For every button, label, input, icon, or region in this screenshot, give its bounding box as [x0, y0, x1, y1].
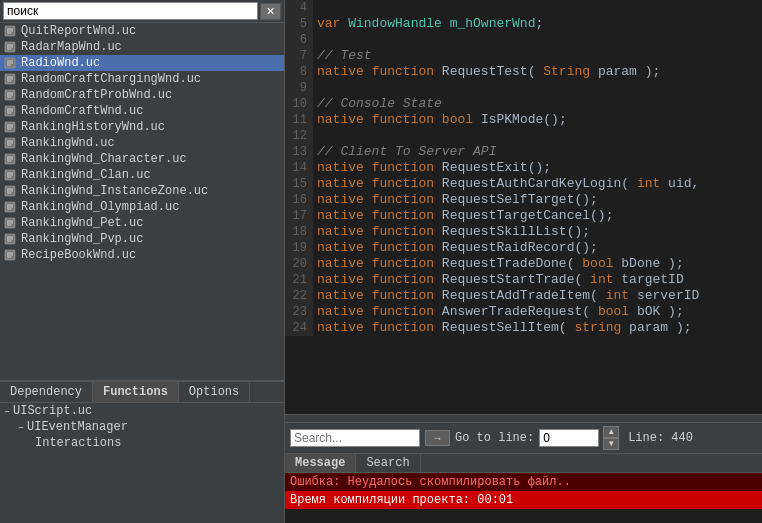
- file-tree-item-label: RankingWnd_Olympiad.uc: [21, 200, 179, 214]
- file-tree-item[interactable]: RankingWnd_Pet.uc: [0, 215, 284, 231]
- line-number: 24: [285, 320, 313, 336]
- line-content[interactable]: native function RequestSkillList();: [313, 224, 590, 240]
- line-number: 10: [285, 96, 313, 112]
- file-tree-item-label: RadarMapWnd.uc: [21, 40, 122, 54]
- line-content[interactable]: native function RequestSellItem( string …: [313, 320, 692, 336]
- line-number: 7: [285, 48, 313, 64]
- line-number: 23: [285, 304, 313, 320]
- file-icon: [4, 41, 18, 53]
- line-content[interactable]: native function RequestRaidRecord();: [313, 240, 598, 256]
- line-content[interactable]: // Client To Server API: [313, 144, 496, 160]
- code-line: 14native function RequestExit();: [285, 160, 762, 176]
- line-content[interactable]: native function RequestAddTradeItem( int…: [313, 288, 699, 304]
- line-content[interactable]: native function RequestExit();: [313, 160, 551, 176]
- tree-node[interactable]: –UIEventManager: [0, 419, 284, 435]
- search-input[interactable]: [3, 2, 258, 20]
- code-line: 15native function RequestAuthCardKeyLogi…: [285, 176, 762, 192]
- file-icon: [4, 121, 18, 133]
- left-tab-functions[interactable]: Functions: [93, 382, 179, 402]
- msg-tab-message[interactable]: Message: [285, 454, 356, 472]
- file-tree-item[interactable]: RankingWnd.uc: [0, 135, 284, 151]
- left-tabs: DependencyFunctionsOptions: [0, 381, 284, 403]
- code-line: 10// Console State: [285, 96, 762, 112]
- file-icon: [4, 153, 18, 165]
- message-line: Время компиляции проекта: 00:01: [285, 491, 762, 509]
- file-tree-item[interactable]: RadioWnd.uc: [0, 55, 284, 71]
- file-icon: [4, 57, 18, 69]
- left-tab-dependency[interactable]: Dependency: [0, 382, 93, 402]
- line-number: 19: [285, 240, 313, 256]
- line-content[interactable]: native function RequestTradeDone( bool b…: [313, 256, 684, 272]
- line-content[interactable]: native function RequestStartTrade( int t…: [313, 272, 684, 288]
- line-number: 11: [285, 112, 313, 128]
- file-icon: [4, 249, 18, 261]
- file-tree-item[interactable]: RankingWnd_Pvp.uc: [0, 231, 284, 247]
- file-icon: [4, 89, 18, 101]
- line-content[interactable]: // Console State: [313, 96, 442, 112]
- code-line: 17native function RequestTargetCancel();: [285, 208, 762, 224]
- line-content[interactable]: native function RequestTest( String para…: [313, 64, 660, 80]
- file-tree-item[interactable]: RandomCraftProbWnd.uc: [0, 87, 284, 103]
- tree-node[interactable]: Interactions: [0, 435, 284, 451]
- left-tab-options[interactable]: Options: [179, 382, 250, 402]
- search-arrow-button[interactable]: →: [425, 430, 450, 446]
- file-icon: [4, 73, 18, 85]
- file-icon: [4, 169, 18, 181]
- line-content[interactable]: [313, 0, 325, 16]
- spin-down-button[interactable]: ▼: [603, 438, 619, 450]
- code-line: 23native function AnswerTradeRequest( bo…: [285, 304, 762, 320]
- code-line: 20native function RequestTradeDone( bool…: [285, 256, 762, 272]
- code-line: 24native function RequestSellItem( strin…: [285, 320, 762, 336]
- tree-node[interactable]: –UIScript.uc: [0, 403, 284, 419]
- line-content[interactable]: native function RequestSelfTarget();: [313, 192, 598, 208]
- line-content[interactable]: native function RequestTargetCancel();: [313, 208, 613, 224]
- file-icon: [4, 233, 18, 245]
- msg-tab-search[interactable]: Search: [356, 454, 420, 472]
- main-area: ✕ QuitReportWnd.uc RadarMapWnd.uc RadioW…: [0, 0, 762, 523]
- file-tree-item[interactable]: RankingWnd_Clan.uc: [0, 167, 284, 183]
- file-icon: [4, 201, 18, 213]
- line-content[interactable]: native function AnswerTradeRequest( bool…: [313, 304, 684, 320]
- line-content[interactable]: [313, 80, 325, 96]
- file-tree: QuitReportWnd.uc RadarMapWnd.uc RadioWnd…: [0, 23, 284, 381]
- search-bar: ✕: [0, 0, 284, 23]
- line-content[interactable]: native function RequestAuthCardKeyLogin(…: [313, 176, 699, 192]
- search-clear-button[interactable]: ✕: [260, 3, 281, 20]
- line-content[interactable]: [313, 128, 325, 144]
- line-content[interactable]: [313, 32, 325, 48]
- line-content[interactable]: // Test: [313, 48, 372, 64]
- file-tree-item[interactable]: RandomCraftWnd.uc: [0, 103, 284, 119]
- code-area[interactable]: 4 5var WindowHandle m_hOwnerWnd;6 7// Te…: [285, 0, 762, 414]
- spin-up-button[interactable]: ▲: [603, 426, 619, 438]
- file-tree-item[interactable]: RandomCraftChargingWnd.uc: [0, 71, 284, 87]
- code-line: 18native function RequestSkillList();: [285, 224, 762, 240]
- line-number: 13: [285, 144, 313, 160]
- file-icon: [4, 185, 18, 197]
- line-number: 14: [285, 160, 313, 176]
- line-number: 16: [285, 192, 313, 208]
- code-line: 11native function bool IsPKMode();: [285, 112, 762, 128]
- file-icon: [4, 137, 18, 149]
- file-tree-item[interactable]: RankingWnd_InstanceZone.uc: [0, 183, 284, 199]
- file-tree-item-label: RankingWnd.uc: [21, 136, 115, 150]
- file-tree-item[interactable]: QuitReportWnd.uc: [0, 23, 284, 39]
- code-search-input[interactable]: [290, 429, 420, 447]
- file-tree-item[interactable]: RankingWnd_Olympiad.uc: [0, 199, 284, 215]
- file-tree-item-label: RankingWnd_Pet.uc: [21, 216, 143, 230]
- file-tree-item[interactable]: RadarMapWnd.uc: [0, 39, 284, 55]
- file-tree-item-label: QuitReportWnd.uc: [21, 24, 136, 38]
- code-horizontal-scrollbar[interactable]: [285, 414, 762, 422]
- line-content[interactable]: var WindowHandle m_hOwnerWnd;: [313, 16, 543, 32]
- goto-line-input[interactable]: [539, 429, 599, 447]
- line-content[interactable]: native function bool IsPKMode();: [313, 112, 567, 128]
- message-line: Ошибка: Неудалось скомпилировать файл..: [285, 473, 762, 491]
- message-log: Ошибка: Неудалось скомпилировать файл..В…: [285, 473, 762, 523]
- file-tree-item[interactable]: RecipeBookWnd.uc: [0, 247, 284, 263]
- file-icon: [4, 217, 18, 229]
- file-tree-item[interactable]: RankingWnd_Character.uc: [0, 151, 284, 167]
- code-line: 22native function RequestAddTradeItem( i…: [285, 288, 762, 304]
- code-line: 19native function RequestRaidRecord();: [285, 240, 762, 256]
- line-number: 22: [285, 288, 313, 304]
- file-tree-item-label: RankingWnd_Clan.uc: [21, 168, 151, 182]
- file-tree-item[interactable]: RankingHistoryWnd.uc: [0, 119, 284, 135]
